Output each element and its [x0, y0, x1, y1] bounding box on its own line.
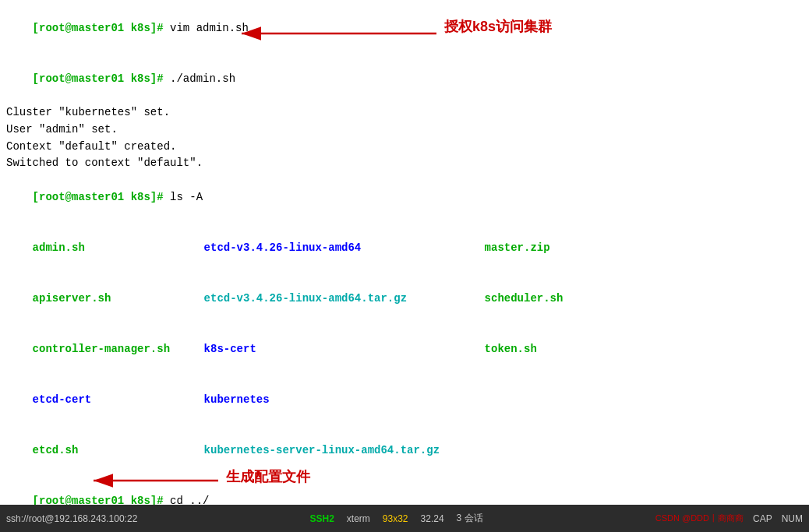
connection-info: ssh://root@192.168.243.100:22 — [6, 513, 137, 524]
terminal-line: apiserver.shetcd-v3.4.26-linux-amd64.tar… — [6, 273, 803, 324]
terminal-line: controller-manager.shk8s-certtoken.sh — [6, 324, 803, 375]
terminal-line: Switched to context "default". — [6, 155, 803, 172]
terminal-line: Cluster "kubernetes" set. — [6, 104, 803, 122]
terminal-line: [root@master01 k8s]# ./admin.sh — [6, 54, 803, 104]
terminal-line: admin.shetcd-v3.4.26-linux-amd64master.z… — [6, 223, 803, 273]
session-count: 3 会话 — [457, 512, 483, 525]
terminal-line: [root@master01 k8s]# ls -A — [6, 172, 803, 223]
terminal-line: etcd-certkubernetes — [6, 375, 803, 425]
status-right: CSDN @DDD丨商商商 CAP NUM — [655, 513, 803, 524]
font-size: 32.24 — [421, 513, 444, 524]
caps-lock: CAP — [753, 513, 772, 524]
xterm-label: xterm — [347, 513, 370, 524]
ssh-indicator: SSH2 — [309, 513, 334, 524]
terminal-line: etcd.shkubernetes-server-linux-amd64.tar… — [6, 425, 803, 476]
terminal-line: User "admin" set. — [6, 122, 803, 139]
terminal-line: [root@master01 k8s]# vim admin.sh — [6, 3, 803, 54]
terminal-window: [root@master01 k8s]# vim admin.sh [root@… — [0, 0, 809, 505]
terminal-line: Context "default" created. — [6, 139, 803, 156]
status-bar: ssh://root@192.168.243.100:22 SSH2 xterm… — [0, 505, 809, 532]
terminal-dimensions: 93x32 — [383, 513, 408, 524]
csdn-label: CSDN @DDD丨商商商 — [655, 513, 744, 524]
status-middle: SSH2 xterm 93x32 32.24 3 会话 — [309, 512, 482, 525]
annotation-text-1: 授权k8s访问集群 — [444, 17, 552, 36]
terminal-line: [root@master01 k8s]# cd ../ — [6, 476, 803, 505]
annotation-text-2: 生成配置文件 — [226, 467, 310, 486]
num-lock: NUM — [782, 513, 803, 524]
